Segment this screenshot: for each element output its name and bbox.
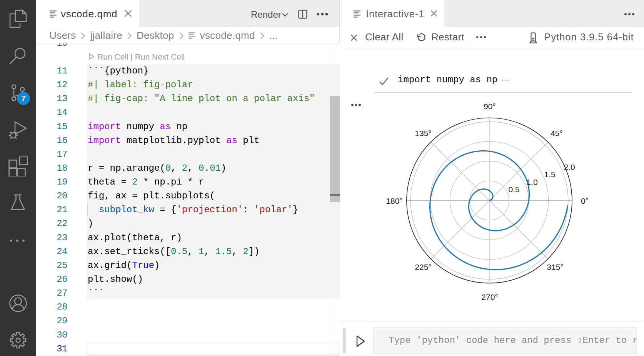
svg-text:45°: 45° xyxy=(551,129,563,138)
svg-text:90°: 90° xyxy=(484,102,496,111)
svg-text:315°: 315° xyxy=(547,263,563,271)
svg-text:1.5: 1.5 xyxy=(544,170,555,179)
svg-text:180°: 180° xyxy=(386,196,402,205)
svg-text:0°: 0° xyxy=(581,196,589,205)
svg-text:2.0: 2.0 xyxy=(564,163,575,171)
svg-text:225°: 225° xyxy=(415,263,431,271)
svg-text:0.5: 0.5 xyxy=(508,185,519,194)
svg-text:1.0: 1.0 xyxy=(526,178,537,186)
svg-text:270°: 270° xyxy=(481,293,498,301)
svg-text:135°: 135° xyxy=(415,129,431,138)
